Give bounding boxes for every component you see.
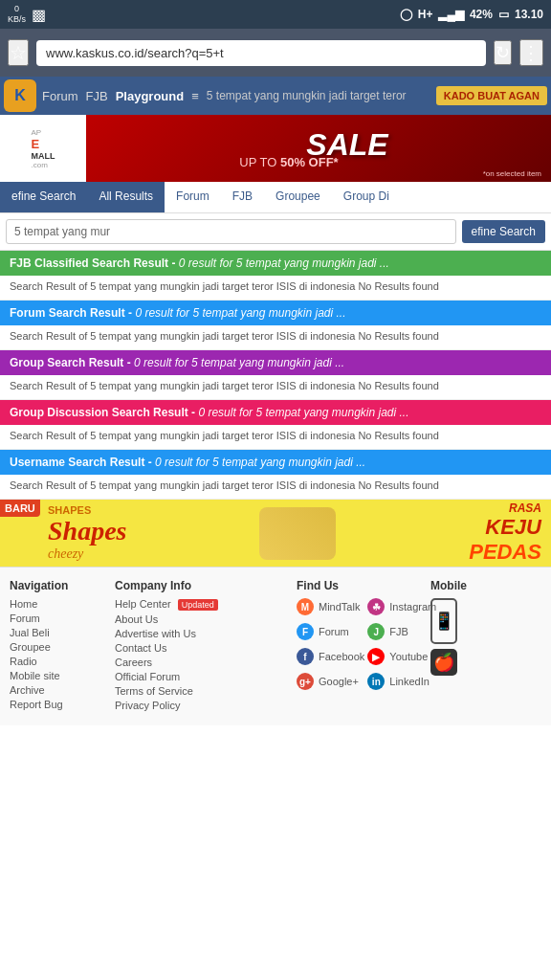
battery-icon: ▭ xyxy=(498,8,509,21)
kado-button[interactable]: KADO BUAT AGAN xyxy=(436,86,547,105)
footer-terms[interactable]: Terms of Service xyxy=(115,685,287,697)
findus-googleplus[interactable]: g+ Google+ xyxy=(297,673,364,690)
tab-forum[interactable]: Forum xyxy=(165,182,221,212)
chips-right-text: RASA KEJU PEDAS xyxy=(469,501,551,565)
groupdisc-result-header: Group Discussion Search Result - 0 resul… xyxy=(0,400,551,425)
forum-result-header: Forum Search Result - 0 result for 5 tem… xyxy=(0,301,551,325)
fjb-result-section: FJB Classified Search Result - 0 result … xyxy=(0,251,551,301)
chips-baru-badge: BARU xyxy=(0,500,40,517)
footer-nav-groupee[interactable]: Groupee xyxy=(10,641,105,653)
tab-all-results[interactable]: All Results xyxy=(87,182,165,212)
groupdisc-result-section: Group Discussion Search Result - 0 resul… xyxy=(0,400,551,450)
footer-helpcenter[interactable]: Help Center Updated xyxy=(115,598,287,611)
more-icon: ⋮ xyxy=(521,42,541,63)
username-result-body: Search Result of 5 tempat yang mungkin j… xyxy=(0,475,551,500)
findus-forum[interactable]: F Forum xyxy=(297,623,364,640)
findus-linkedin[interactable]: in LinkedIn xyxy=(367,673,436,690)
nav-forum[interactable]: Forum xyxy=(42,89,78,103)
updated-badge: Updated xyxy=(178,599,218,611)
footer-privacy[interactable]: Privacy Policy xyxy=(115,700,287,711)
emall-logo: AP E MALL .com xyxy=(0,115,86,182)
footer-nav-home[interactable]: Home xyxy=(10,598,105,610)
apple-icon: 🍎 xyxy=(430,649,457,676)
findus-youtube[interactable]: ▶ Youtube xyxy=(367,648,436,665)
sale-upto: UP TO 50% OFF* xyxy=(239,155,387,169)
linkedin-icon: in xyxy=(367,673,385,690)
search-tabs-container: efine Search All Results Forum FJB Group… xyxy=(0,182,551,213)
footer-nav-forum[interactable]: Forum xyxy=(10,612,105,624)
reload-icon: ↻ xyxy=(496,43,510,62)
facebook-icon: f xyxy=(297,648,314,665)
username-result-section: Username Search Result - 0 result for 5 … xyxy=(0,450,551,500)
banner-ad: AP E MALL .com SALE UP TO 50% OFF* *on s… xyxy=(0,115,551,182)
chips-shapes-text: Shapes xyxy=(48,516,126,546)
status-bar: 0 KB/s ▩ ◯ H+ ▂▄▆ 42% ▭ 13.10 xyxy=(0,0,551,29)
refine-search-tab[interactable]: efine Search xyxy=(0,182,87,212)
search-input-row: efine Search xyxy=(0,213,551,251)
address-bar: ☆ ↻ ⋮ xyxy=(0,29,551,77)
footer-careers[interactable]: Careers xyxy=(115,657,287,668)
nav-playground[interactable]: Playground xyxy=(116,89,185,103)
kaskus-logo: K xyxy=(4,79,36,112)
search-input[interactable] xyxy=(6,219,456,244)
username-result-header: Username Search Result - 0 result for 5 … xyxy=(0,450,551,475)
footer-mobile-title: Mobile xyxy=(430,579,541,592)
footer-findus: Find Us M MindTalk ☘ Instagram F Forum J… xyxy=(297,579,421,714)
footer-nav-title: Navigation xyxy=(10,579,105,592)
group-result-header: Group Search Result - 0 result for 5 tem… xyxy=(0,350,551,375)
forum-result-section: Forum Search Result - 0 result for 5 tem… xyxy=(0,301,551,350)
footer-company: Company Info Help Center Updated About U… xyxy=(115,579,287,714)
footer-aboutus[interactable]: About Us xyxy=(115,613,287,625)
group-result-body: Search Result of 5 tempat yang mungkin j… xyxy=(0,375,551,400)
reload-button[interactable]: ↻ xyxy=(494,40,512,65)
clock: 13.10 xyxy=(515,8,543,21)
more-button[interactable]: ⋮ xyxy=(519,39,543,66)
signal-type: H+ xyxy=(418,8,433,21)
bookmark-button[interactable]: ☆ xyxy=(8,39,29,66)
nav-menu-icon[interactable]: ≡ xyxy=(191,89,199,103)
nav-fjb[interactable]: FJB xyxy=(86,89,108,103)
group-result-section: Group Search Result - 0 result for 5 tem… xyxy=(0,350,551,400)
footer-nav-radio[interactable]: Radio xyxy=(10,656,105,667)
bottom-space xyxy=(0,725,551,802)
define-search-button[interactable]: efine Search xyxy=(462,220,545,243)
footer-nav-reportbug[interactable]: Report Bug xyxy=(10,699,105,710)
findus-instagram[interactable]: ☘ Instagram xyxy=(367,598,436,615)
url-input[interactable] xyxy=(36,40,486,66)
findus-fjb[interactable]: J FJB xyxy=(367,623,436,640)
footer-nav-mobilesite[interactable]: Mobile site xyxy=(10,670,105,681)
find-us-grid: M MindTalk ☘ Instagram F Forum J FJB f F… xyxy=(297,598,421,695)
fjb-result-header: FJB Classified Search Result - 0 result … xyxy=(0,251,551,276)
tab-fjb[interactable]: FJB xyxy=(221,182,264,212)
nav-links: Forum FJB Playground ≡ xyxy=(42,89,199,103)
findus-mindtalk[interactable]: M MindTalk xyxy=(297,598,364,615)
results-container: FJB Classified Search Result - 0 result … xyxy=(0,251,551,500)
footer-company-title: Company Info xyxy=(115,579,287,592)
fjb-result-body: Search Result of 5 tempat yang mungkin j… xyxy=(0,276,551,301)
kb-display: 0 KB/s xyxy=(8,4,26,25)
sale-note: *on selected item xyxy=(483,169,541,178)
footer-navigation: Navigation Home Forum Jual Beli Groupee … xyxy=(10,579,105,714)
nav-bar: K Forum FJB Playground ≡ 5 tempat yang m… xyxy=(0,77,551,115)
signal-bars: ▂▄▆ xyxy=(438,8,464,21)
nav-search-text: 5 tempat yang mungkin jadi target teror xyxy=(207,89,432,102)
footer-contact[interactable]: Contact Us xyxy=(115,642,287,654)
googleplus-icon: g+ xyxy=(297,673,314,690)
findus-facebook[interactable]: f Facebook xyxy=(297,648,364,665)
forum-icon: F xyxy=(297,623,314,640)
footer-nav-jualbeli[interactable]: Jual Beli xyxy=(10,627,105,638)
footer-nav-archive[interactable]: Archive xyxy=(10,684,105,696)
footer-officialforum[interactable]: Official Forum xyxy=(115,671,287,682)
footer-mobile: Mobile 📱 🍎 xyxy=(430,579,541,714)
groupdisc-result-body: Search Result of 5 tempat yang mungkin j… xyxy=(0,425,551,450)
forum-result-body: Search Result of 5 tempat yang mungkin j… xyxy=(0,325,551,350)
star-icon: ☆ xyxy=(10,42,27,63)
footer-findus-title: Find Us xyxy=(297,579,421,592)
tab-group-di[interactable]: Group Di xyxy=(332,182,401,212)
tab-groupee[interactable]: Groupee xyxy=(264,182,332,212)
kb-value: 0 xyxy=(8,4,26,14)
fjb-icon: J xyxy=(367,623,385,640)
mindtalk-icon: M xyxy=(297,598,314,615)
footer-advertise[interactable]: Advertise with Us xyxy=(115,628,287,639)
chips-banner: BARU SHAPES Shapes cheezy RASA KEJU PEDA… xyxy=(0,500,551,567)
